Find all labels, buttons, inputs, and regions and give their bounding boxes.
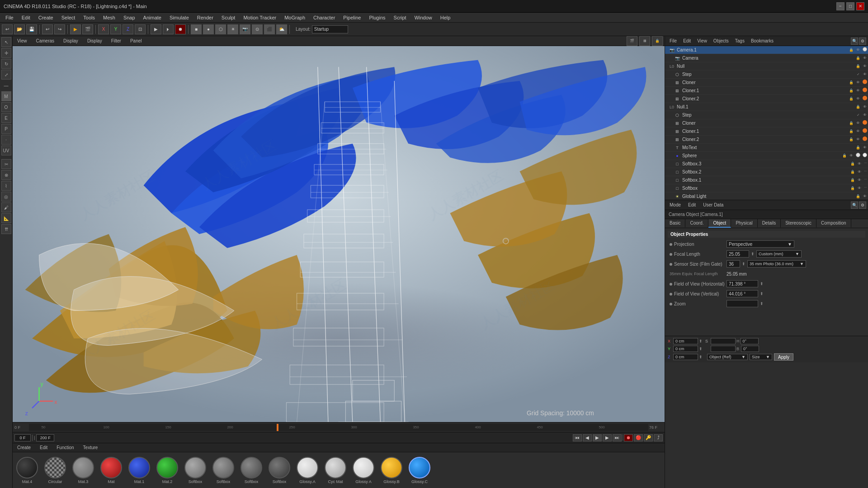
prop-dropdown-focal-unit[interactable]: Custom (mm) ▼ <box>756 250 802 258</box>
bottom-menu-function[interactable]: Function <box>54 445 76 450</box>
material-item-cycmat[interactable]: Cyc Mat <box>323 457 348 484</box>
menu-item-mograph[interactable]: MoGraph <box>281 14 309 21</box>
menu-item-snap[interactable]: Snap <box>120 14 139 21</box>
bottom-menu-texture[interactable]: Texture <box>80 445 101 450</box>
tree-item-sphere[interactable]: ● Sphere 🔒 👁 <box>665 152 868 160</box>
viewport-render-btn[interactable]: 🎬 <box>627 36 637 46</box>
tree-item-camera[interactable]: 📷 Camera 🔒 👁 <box>665 54 868 62</box>
tree-item-camera1[interactable]: 📷 Camera.1 🔒 👁 <box>665 46 868 54</box>
tool-polygon[interactable]: P <box>1 124 11 134</box>
menu-item-character[interactable]: Character <box>310 14 339 21</box>
right-menu-file[interactable]: File <box>667 38 679 44</box>
menu-item-select[interactable]: Select <box>58 14 79 21</box>
right-menu-tags[interactable]: Tags <box>732 38 747 44</box>
material-item-softbox4[interactable]: Softbox <box>267 457 292 484</box>
toolbar-sphere[interactable]: ● <box>203 24 214 34</box>
prop-input-fovh[interactable]: 71.398 ° <box>726 280 758 287</box>
minimize-button[interactable]: − <box>836 2 844 10</box>
toolbar-playback[interactable]: ⏵ <box>163 24 174 34</box>
material-item-circular[interactable]: Circular <box>42 457 68 484</box>
prop-dropdown-sensor-type[interactable]: 35 mm Photo (36.0 mm) ▼ <box>747 260 806 267</box>
material-item-glossyc[interactable]: Glossy.C <box>407 457 432 484</box>
tool-align[interactable]: ⇈ <box>1 224 11 234</box>
tree-item-softbox1[interactable]: □ Softbox.1 🔒 👁 ··· <box>665 176 868 184</box>
material-item-glossya[interactable]: Glossy.A <box>295 457 320 484</box>
prop-tab-object[interactable]: Object <box>708 219 731 228</box>
play-btn[interactable]: ▶ <box>593 434 602 441</box>
right-menu-objects[interactable]: Objects <box>711 38 731 44</box>
prop-edit-tab[interactable]: Edit <box>685 202 698 208</box>
viewport-lock-btn[interactable]: 🔒 <box>652 36 663 46</box>
right-menu-view[interactable]: View <box>694 38 710 44</box>
bottom-menu-create[interactable]: Create <box>14 445 33 450</box>
viewport-menu-cameras[interactable]: Cameras <box>33 38 57 44</box>
toolbar-new[interactable]: ↩ <box>2 24 13 34</box>
close-button[interactable]: ✕ <box>856 2 864 10</box>
bottom-menu-edit[interactable]: Edit <box>37 445 50 450</box>
material-item-glossyb[interactable]: Glossy.B <box>379 457 404 484</box>
right-menu-edit[interactable]: Edit <box>680 38 693 44</box>
toolbar-undo[interactable]: ↩ <box>42 24 53 34</box>
menu-item-edit[interactable]: Edit <box>18 14 34 21</box>
right-menu-bookmarks[interactable]: Bookmarks <box>748 38 776 44</box>
toolbar-record[interactable]: ⏺ <box>175 24 186 34</box>
tool-rotate[interactable]: ↻ <box>1 59 11 69</box>
tool-sculpt[interactable]: ◎ <box>1 192 11 202</box>
prop-dropdown-projection[interactable]: Perspective ▼ <box>726 240 794 248</box>
prop-mode-tab[interactable]: Mode <box>667 202 684 208</box>
toolbar-null[interactable]: ⊙ <box>252 24 263 34</box>
viewport-grid-btn[interactable]: ⊞ <box>639 36 650 46</box>
viewport-menu-display[interactable]: Display <box>61 38 81 44</box>
prop-input-focal-length[interactable]: 25.05 <box>726 250 749 258</box>
tree-item-softbox[interactable]: □ Softbox 🔒 👁 ··· <box>665 184 868 192</box>
tree-item-cloner22[interactable]: ⊞ Cloner.2 🔒 👁 <box>665 136 868 144</box>
rot-b-input[interactable]: 0° <box>741 346 759 352</box>
toolbar-save[interactable]: 💾 <box>26 24 37 34</box>
viewport-menu-filter[interactable]: Filter <box>108 38 124 44</box>
autokey-btn[interactable]: 🔴 <box>634 434 643 441</box>
size-w-input[interactable] <box>711 346 736 352</box>
tool-model[interactable]: M <box>1 91 11 101</box>
material-item-mat2[interactable]: Mat.2 <box>155 457 180 484</box>
tree-item-cloner1[interactable]: ⊞ Cloner 🔒 👁 <box>665 79 868 87</box>
viewport-menu-display2[interactable]: Display <box>85 38 105 44</box>
tool-select[interactable]: ↖ <box>1 37 11 47</box>
prop-tab-coord[interactable]: Coord. <box>685 219 708 228</box>
material-item-softbox1[interactable]: Softbox <box>183 457 208 484</box>
prop-search-btn[interactable]: 🔍 <box>851 202 858 209</box>
toolbar-light[interactable]: ☀ <box>227 24 238 34</box>
menu-item-script[interactable]: Script <box>390 14 410 21</box>
prop-tab-physical[interactable]: Physical <box>731 219 757 228</box>
key-btn[interactable]: 🔑 <box>644 434 653 441</box>
size-dropdown[interactable]: Size▼ <box>750 354 772 360</box>
menu-item-simulate[interactable]: Simulate <box>166 14 193 21</box>
viewport-menu-view[interactable]: View <box>14 38 30 44</box>
menu-item-file[interactable]: File <box>2 14 17 21</box>
tree-item-step1[interactable]: ⬡ Step ✓ 👁 <box>665 70 868 79</box>
toolbar-z[interactable]: Z <box>123 24 133 34</box>
prop-tab-basic[interactable]: Basic <box>665 219 685 228</box>
viewport-menu-panel[interactable]: Panel <box>127 38 145 44</box>
end-frame-input[interactable]: 200 F <box>36 434 54 441</box>
tool-scale[interactable]: ⤢ <box>1 70 11 80</box>
toolbar-camera[interactable]: 📷 <box>240 24 250 34</box>
menu-item-help[interactable]: Help <box>437 14 454 21</box>
motion-path-btn[interactable]: ⤴ <box>654 434 663 441</box>
toolbar-cube[interactable]: ■ <box>191 24 202 34</box>
toolbar-y[interactable]: Y <box>110 24 121 34</box>
right-options-btn[interactable]: ⚙ <box>859 38 866 45</box>
prop-input-zoom[interactable] <box>726 300 758 307</box>
toolbar-render-active[interactable]: 🎬 <box>82 24 93 34</box>
tool-paint[interactable]: 🖌 <box>1 202 11 212</box>
tree-item-globallight[interactable]: ☀ Global Light 🔒 👁 <box>665 192 868 200</box>
pos-z-input[interactable]: 0 cm <box>673 354 698 360</box>
toolbar-floor[interactable]: ⬛ <box>264 24 275 34</box>
prop-tab-composition[interactable]: Composition <box>816 219 851 228</box>
viewport[interactable]: Perspective <box>13 46 665 422</box>
tool-measure[interactable]: 📐 <box>1 213 11 223</box>
tree-eye-camera1[interactable]: 👁 <box>855 47 861 53</box>
right-search-btn[interactable]: 🔍 <box>851 38 858 45</box>
tool-knife[interactable]: ✂ <box>1 159 11 169</box>
toolbar-render[interactable]: ▶ <box>70 24 81 34</box>
menu-item-pipeline[interactable]: Pipeline <box>340 14 364 21</box>
